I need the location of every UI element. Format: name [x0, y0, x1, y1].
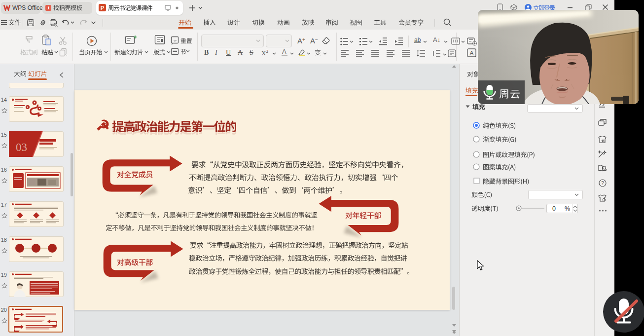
svg-text:A: A	[470, 50, 474, 56]
svg-text:03: 03	[16, 141, 27, 153]
svg-text:P: P	[101, 5, 104, 11]
svg-text:?: ?	[601, 181, 604, 186]
